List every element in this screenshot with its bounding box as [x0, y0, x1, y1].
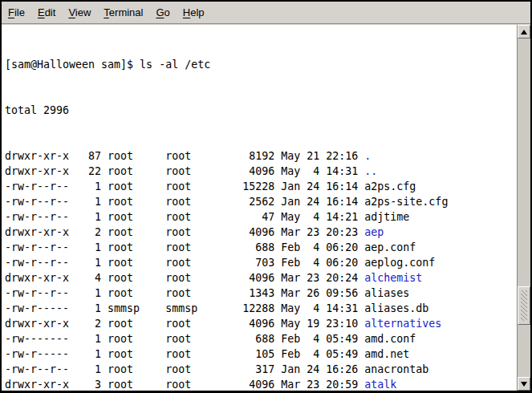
- file-meta: drwxr-xr-x 4 root root 4096 Mar 23 20:24: [5, 272, 364, 284]
- menu-view[interactable]: View: [62, 2, 97, 23]
- file-name: a2ps-site.cfg: [364, 196, 448, 208]
- file-row: -rw-r--r-- 1 root root 703 Feb 4 06:20 a…: [5, 255, 517, 270]
- menu-go[interactable]: Go: [149, 2, 176, 23]
- file-name: aliases.db: [364, 302, 428, 314]
- file-name: alchemist: [364, 272, 422, 284]
- file-row: -rw-r----- 1 smmsp smmsp 12288 May 4 14:…: [5, 301, 517, 316]
- file-row: drwxr-xr-x 3 root root 4096 Mar 23 20:59…: [5, 377, 517, 391]
- file-meta: drwxr-xr-x 87 root root 8192 May 21 22:1…: [5, 150, 364, 162]
- file-meta: -rw-r--r-- 1 root root 703 Feb 4 06:20: [5, 257, 364, 269]
- file-name: amd.net: [364, 348, 409, 360]
- file-meta: drwxr-xr-x 2 root root 4096 May 19 23:10: [5, 318, 364, 330]
- file-meta: -rw-r----- 1 smmsp smmsp 12288 May 4 14:…: [5, 302, 364, 314]
- file-meta: drwxr-xr-x 3 root root 4096 Mar 23 20:59: [5, 379, 364, 391]
- file-name: .: [364, 150, 371, 162]
- file-row: -rw-r--r-- 1 root root 2562 Jan 24 16:14…: [5, 194, 517, 209]
- file-row: drwxr-xr-x 4 root root 4096 Mar 23 20:24…: [5, 270, 517, 286]
- file-row: -rw-r--r-- 1 root root 1343 Mar 26 09:56…: [5, 286, 517, 301]
- prompt-line: [sam@Halloween sam]$ ls -al /etc: [5, 57, 517, 72]
- file-name: alternatives: [364, 318, 441, 330]
- file-name: aep.conf: [364, 241, 416, 253]
- menu-edit[interactable]: Edit: [31, 2, 62, 23]
- file-meta: -rw------- 1 root root 688 Feb 4 05:49: [5, 333, 364, 345]
- total-line: total 2996: [5, 103, 517, 118]
- file-meta: -rw-r--r-- 1 root root 688 Feb 4 06:20: [5, 241, 364, 253]
- terminal-output: drwxr-xr-x 87 root root 8192 May 21 22:1…: [5, 148, 517, 391]
- file-name: aliases: [364, 287, 409, 299]
- scroll-up-button[interactable]: [518, 25, 530, 38]
- thumb-grip-icon: [521, 290, 527, 321]
- file-name: aep: [364, 226, 384, 238]
- file-row: drwxr-xr-x 87 root root 8192 May 21 22:1…: [5, 148, 517, 164]
- file-row: -rw-r--r-- 1 root root 15228 Jan 24 16:1…: [5, 179, 517, 194]
- file-meta: -rw-r--r-- 1 root root 15228 Jan 24 16:1…: [5, 180, 364, 192]
- triangle-up-icon: [521, 30, 527, 34]
- file-row: drwxr-xr-x 2 root root 4096 Mar 23 20:23…: [5, 225, 517, 240]
- file-meta: drwxr-xr-x 22 root root 4096 May 4 14:31: [5, 165, 364, 177]
- scrollbar-thumb[interactable]: [518, 286, 530, 325]
- file-name: amd.conf: [364, 333, 416, 345]
- menu-help[interactable]: Help: [177, 2, 211, 23]
- file-meta: -rw-r--r-- 1 root root 2562 Jan 24 16:14: [5, 196, 364, 208]
- file-name: a2ps.cfg: [364, 180, 416, 192]
- file-row: -rw-r--r-- 1 root root 688 Feb 4 06:20 a…: [5, 240, 517, 255]
- triangle-down-icon: [521, 382, 527, 387]
- file-name: anacrontab: [364, 363, 428, 375]
- menu-file[interactable]: File: [2, 2, 31, 23]
- file-meta: -rw-r----- 1 root root 105 Feb 4 05:49: [5, 348, 364, 360]
- file-meta: -rw-r--r-- 1 root root 47 May 4 14:21: [5, 211, 364, 223]
- menu-terminal[interactable]: Terminal: [97, 2, 149, 23]
- vertical-scrollbar[interactable]: [517, 25, 530, 391]
- file-name: adjtime: [364, 211, 409, 223]
- file-row: -rw------- 1 root root 688 Feb 4 05:49 a…: [5, 331, 517, 346]
- file-row: -rw-r--r-- 1 root root 317 Jan 24 16:26 …: [5, 362, 517, 377]
- file-name: ..: [364, 165, 377, 177]
- file-row: drwxr-xr-x 2 root root 4096 May 19 23:10…: [5, 316, 517, 331]
- file-row: -rw-r--r-- 1 root root 47 May 4 14:21 ad…: [5, 209, 517, 225]
- file-name: aeplog.conf: [364, 257, 435, 269]
- menu-bar: File Edit View Terminal Go Help: [2, 2, 530, 24]
- file-meta: drwxr-xr-x 2 root root 4096 Mar 23 20:23: [5, 226, 364, 238]
- scroll-down-button[interactable]: [518, 377, 530, 391]
- file-row: drwxr-xr-x 22 root root 4096 May 4 14:31…: [5, 164, 517, 179]
- file-row: -rw-r----- 1 root root 105 Feb 4 05:49 a…: [5, 346, 517, 362]
- file-meta: -rw-r--r-- 1 root root 1343 Mar 26 09:56: [5, 287, 364, 299]
- terminal-window: File Edit View Terminal Go Help [sam@Hal…: [0, 0, 532, 393]
- terminal-screen[interactable]: [sam@Halloween sam]$ ls -al /etc total 2…: [2, 25, 517, 391]
- file-meta: -rw-r--r-- 1 root root 317 Jan 24 16:26: [5, 363, 364, 375]
- file-name: atalk: [364, 379, 396, 391]
